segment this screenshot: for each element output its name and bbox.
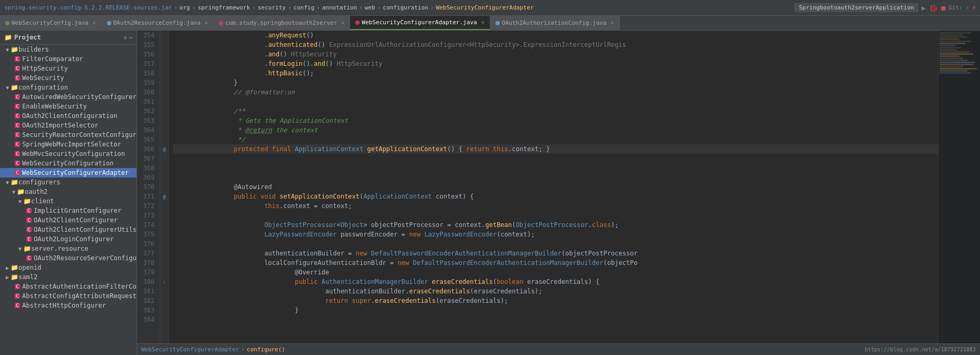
class-label-implicit: ImplicitGrantConfigurer: [34, 207, 121, 214]
gc-382: [160, 296, 168, 305]
class-oauth2resource[interactable]: C OAuth2ResourceServerConfigurer: [0, 253, 137, 263]
class-label-oauth2client: OAuth2ClientConfiguration: [22, 112, 118, 120]
class-icon-oauth2utils: C: [26, 227, 32, 232]
folder-openid[interactable]: ▶ 📁 openid: [0, 263, 137, 272]
class-icon-springwebmvc: C: [15, 142, 20, 147]
class-abstractauth[interactable]: C AbstractAuthenticationFilterConfigurer: [0, 282, 137, 291]
class-websecurity-adapter[interactable]: C WebSecurityConfigurerAdapter: [0, 168, 137, 178]
folder-server-resource[interactable]: ▼ 📁 server.resource: [0, 244, 137, 253]
code-line-383: }: [173, 305, 938, 315]
tab-oauth2auth[interactable]: OAuth2AuthorizationConfig.java ×: [490, 16, 620, 30]
tab-websecurity-adapter[interactable]: WebSecurityConfigurerAdapter.java ×: [350, 16, 490, 30]
folder-configuration[interactable]: ▼ 📁 configuration: [0, 83, 137, 92]
class-icon-autowired: C: [15, 94, 20, 100]
gc-378: [160, 258, 168, 268]
code-line-381: authenticationBuilder.eraseCredentials(e…: [173, 287, 938, 296]
arrow-configurers: ▼: [4, 180, 11, 185]
tab-label-5: OAuth2AuthorizationConfig.java: [502, 19, 607, 26]
tab-close-4[interactable]: ×: [481, 19, 484, 25]
gc-366: @: [160, 144, 168, 154]
class-oauth2clientconfigurer[interactable]: C OAuth2ClientConfigurer: [0, 215, 137, 225]
code-line-376: [173, 239, 938, 249]
class-websecurityconfig2[interactable]: C WebSecurityConfiguration: [0, 159, 137, 168]
sidebar-header: 📁 Project ⚙ –: [0, 31, 137, 45]
code-view[interactable]: 354 355 356 357 358 359 360 361 362 363 …: [137, 31, 980, 343]
class-websecurity[interactable]: C WebSecurity: [0, 73, 137, 83]
ln-382: 382: [137, 296, 157, 305]
ln-372: 372: [137, 201, 157, 211]
folder-saml2[interactable]: ▶ 📁 saml2: [0, 272, 137, 282]
folder-icon-oauth2: 📁: [17, 188, 25, 195]
class-springwebmvc[interactable]: C SpringWebMvcImportSelector: [0, 140, 137, 149]
class-label-reactor: SecurityReactorContextConfiguration: [22, 131, 137, 139]
debug-button[interactable]: 🐞: [929, 4, 938, 12]
code-line-363: * Gets the ApplicationContext: [173, 116, 938, 125]
folder-oauth2[interactable]: ▼ 📁 oauth2: [0, 187, 137, 196]
class-icon-oauth2login: C: [26, 236, 32, 242]
class-implicit[interactable]: C ImplicitGrantConfigurer: [0, 206, 137, 215]
class-webmvcsecurity[interactable]: C WebMvcSecurityConfiguration: [0, 149, 137, 159]
arrow-builders: ▼: [4, 47, 11, 53]
tab-websecurityconfig[interactable]: WebSecurityConfig.java ×: [0, 16, 102, 30]
git-checkmark: ✓: [966, 4, 969, 11]
arrow-configuration: ▼: [4, 85, 11, 91]
project-label: Project: [14, 34, 41, 41]
tab-study[interactable]: com.study.springbootoauth2server ×: [214, 16, 350, 30]
class-label-abstractconfig: AbstractConfigAttributeRequestMatcherReg…: [22, 292, 137, 300]
class-label-filter: FilterComparator: [22, 55, 83, 63]
class-security-reactor[interactable]: C SecurityReactorContextConfiguration: [0, 130, 137, 140]
tab-close-1[interactable]: ×: [93, 20, 96, 26]
sidebar-settings[interactable]: ⚙: [124, 35, 127, 41]
gc-368: [160, 163, 168, 173]
class-abstracthttp[interactable]: C AbstractHttpConfigurer: [0, 301, 137, 310]
tab-oauth2resource[interactable]: OAuth2ResourceConfig.java ×: [102, 16, 214, 30]
code-line-373: [173, 211, 938, 220]
folder-client[interactable]: ▼ 📁 client: [0, 196, 137, 206]
breadcrumb-config: config: [294, 4, 315, 11]
tab-label-3: com.study.springbootoauth2server: [225, 19, 337, 26]
run-button[interactable]: ▶: [921, 4, 926, 12]
folder-label-oauth2: oauth2: [25, 188, 47, 195]
class-icon-oauth2import: C: [15, 123, 20, 128]
code-line-372: this.context = context;: [173, 201, 938, 211]
class-oauth2login[interactable]: C OAuth2LoginConfigurer: [0, 234, 137, 244]
class-enableweb[interactable]: C EnableWebSecurity: [0, 102, 137, 111]
gc-380: ↑: [160, 277, 168, 287]
class-abstractconfig[interactable]: C AbstractConfigAttributeRequestMatcherR…: [0, 291, 137, 301]
folder-builders[interactable]: ▼ 📁 builders: [0, 45, 137, 54]
bc-adapter: WebSecurityConfigurerAdapter: [141, 346, 239, 353]
arrow-serverresource: ▼: [17, 246, 23, 252]
folder-configurers[interactable]: ▼ 📁 configurers: [0, 178, 137, 187]
ln-354: 354: [137, 31, 157, 40]
class-icon-2: C: [15, 66, 20, 71]
stop-button[interactable]: ■: [941, 4, 945, 12]
class-icon-3: C: [15, 75, 20, 81]
class-autowired[interactable]: C AutowiredWebSecurityConfigurersIgnoreP…: [0, 92, 137, 102]
code-line-358: .httpBasic();: [173, 68, 938, 78]
tab-close-5[interactable]: ×: [611, 20, 614, 26]
code-line-380: public AuthenticationManagerBuilder eras…: [173, 277, 938, 287]
sidebar-collapse[interactable]: –: [129, 35, 132, 41]
ln-362: 362: [137, 106, 157, 116]
breadcrumb-springframework: springframework: [198, 4, 250, 11]
line-numbers: 354 355 356 357 358 359 360 361 362 363 …: [137, 31, 160, 343]
ln-383: 383: [137, 305, 157, 315]
class-httpsecurity[interactable]: C HttpSecurity: [0, 64, 137, 73]
tab-close-3[interactable]: ×: [341, 20, 344, 26]
class-oauth2import[interactable]: C OAuth2ImportSelector: [0, 121, 137, 130]
gc-375: [160, 230, 168, 239]
gc-354: [160, 31, 168, 40]
app-dropdown[interactable]: Springbootoauth2serverApplication: [794, 3, 918, 12]
tab-close-2[interactable]: ×: [205, 20, 208, 26]
code-content[interactable]: .anyRequest() .authenticated() Expressio…: [169, 31, 938, 343]
gc-364: [160, 125, 168, 135]
class-label-oauth2login: OAuth2LoginConfigurer: [34, 235, 114, 243]
class-oauth2clientutils[interactable]: C OAuth2ClientConfigurerUtils: [0, 225, 137, 234]
gc-383: [160, 305, 168, 315]
class-filter-comparator[interactable]: C FilterComparator: [0, 54, 137, 64]
code-line-366: protected final ApplicationContext getAp…: [173, 144, 938, 154]
gc-373: [160, 211, 168, 220]
breadcrumb-file[interactable]: spring-security-config-5.2.2.RELEASE-sou…: [4, 4, 172, 11]
class-oauth2client[interactable]: C OAuth2ClientConfiguration: [0, 111, 137, 121]
breadcrumb-annotation: annotation: [322, 4, 357, 11]
